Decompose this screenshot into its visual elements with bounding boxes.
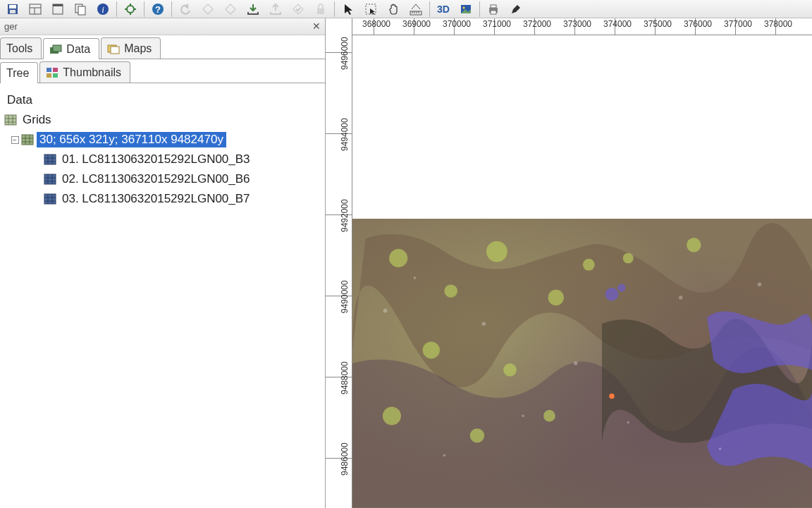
tree-node-gridsystem[interactable]: − 30; 656x 321y; 367110x 9482470y — [4, 130, 321, 150]
tab-thumbnails-label: Thumbnails — [63, 66, 121, 79]
svg-marker-24 — [345, 4, 352, 15]
panel-close-button[interactable]: ✕ — [311, 21, 322, 32]
tab-maps[interactable]: Maps — [101, 37, 161, 59]
tree-layer-label: 03. LC81130632015292LGN00_B7 — [59, 191, 253, 207]
ruler-y-tick: 9492000 — [326, 214, 352, 215]
svg-point-89 — [383, 309, 388, 313]
svg-marker-19 — [185, 4, 188, 9]
tree-layer-label: 01. LC81130632015292LGN00_B3 — [59, 152, 253, 167]
sub-tabs: Tree Thumbnails — [0, 59, 325, 83]
grid-layer-icon — [44, 154, 56, 165]
window-button[interactable] — [47, 1, 68, 18]
ruler-x-tick: 378000 — [775, 18, 776, 35]
svg-rect-1 — [9, 5, 16, 8]
tree-node-layer[interactable]: 01. LC81130632015292LGN00_B3 — [4, 150, 321, 169]
ruler-x-tick: 372000 — [534, 18, 535, 35]
info-button[interactable]: i — [92, 1, 113, 18]
tab-thumbnails[interactable]: Thumbnails — [39, 61, 130, 83]
toolbar-separator — [171, 1, 172, 17]
tab-tree[interactable]: Tree — [0, 62, 38, 83]
tree-node-layer[interactable]: 03. LC81130632015292LGN00_B7 — [4, 189, 321, 209]
svg-point-98 — [443, 454, 446, 456]
map-canvas[interactable] — [352, 35, 812, 508]
3d-view-button[interactable]: 3D — [433, 1, 454, 18]
svg-point-78 — [548, 290, 564, 306]
ruler-y-tick: 9486000 — [326, 458, 352, 459]
collapse-icon[interactable]: − — [11, 136, 19, 144]
ruler-x-tick: 369000 — [414, 18, 414, 35]
copy-button[interactable] — [70, 1, 91, 18]
svg-rect-52 — [22, 135, 33, 145]
tree-node-layer[interactable]: 02. LC81130632015292LGN00_B6 — [4, 169, 321, 189]
ruler-y-tick: 9494000 — [326, 133, 352, 134]
svg-rect-43 — [47, 68, 51, 72]
manager-panel: ger ✕ Tools Data Maps Tree Thumbnails Da… — [0, 18, 326, 508]
svg-point-94 — [627, 421, 629, 424]
tab-tools[interactable]: Tools — [0, 37, 42, 59]
ruler-x-tick: 371000 — [494, 18, 495, 35]
main-toolbar: i ? 3D — [0, 0, 812, 18]
svg-point-87 — [605, 288, 619, 301]
svg-point-80 — [423, 341, 440, 358]
svg-rect-20 — [203, 4, 213, 13]
svg-rect-37 — [491, 11, 496, 14]
svg-rect-3 — [30, 4, 41, 14]
svg-point-92 — [522, 415, 524, 418]
undo-button[interactable] — [175, 1, 196, 18]
tab-data[interactable]: Data — [43, 38, 99, 59]
svg-rect-45 — [47, 73, 51, 78]
pen-button[interactable] — [505, 1, 527, 18]
svg-rect-62 — [44, 174, 56, 184]
tab-maps-label: Maps — [124, 42, 152, 55]
process-button[interactable] — [120, 1, 141, 18]
data-tree: Data Grids − 30; 656x 321y; 367110x 9482… — [0, 83, 325, 508]
print-button[interactable] — [483, 1, 504, 18]
image-button[interactable] — [455, 1, 476, 18]
thumbnails-icon — [46, 67, 59, 78]
save-button[interactable] — [2, 1, 23, 18]
tab-data-label: Data — [66, 43, 90, 56]
svg-rect-36 — [491, 5, 496, 8]
import-button[interactable] — [265, 1, 286, 18]
shape-right-button[interactable] — [220, 1, 241, 18]
pointer-button[interactable] — [338, 1, 359, 18]
grid-system-icon — [21, 134, 34, 145]
toolbar-separator — [144, 1, 144, 17]
tree-node-data[interactable]: Data — [4, 90, 321, 110]
svg-point-81 — [503, 363, 517, 377]
apply-button[interactable] — [288, 1, 309, 18]
ruler-x-tick: 368000 — [374, 18, 374, 35]
svg-rect-21 — [226, 4, 235, 13]
grid-layer-icon — [44, 174, 56, 185]
lock-button[interactable] — [310, 1, 331, 18]
ruler-x-tick: 373000 — [574, 18, 575, 35]
help-button[interactable]: ? — [147, 1, 168, 18]
svg-point-76 — [444, 284, 457, 298]
svg-rect-47 — [5, 115, 16, 125]
ruler-y-tick: 9490000 — [326, 296, 352, 296]
svg-rect-9 — [78, 6, 85, 15]
measure-button[interactable] — [405, 1, 426, 18]
panel-titlebar: ger ✕ — [0, 18, 325, 35]
select-area-button[interactable] — [360, 1, 381, 18]
svg-rect-46 — [53, 73, 58, 78]
svg-rect-67 — [44, 194, 56, 204]
pan-button[interactable] — [383, 1, 404, 18]
svg-rect-27 — [410, 11, 422, 15]
tree-gridsystem-label: 30; 656x 321y; 367110x 9482470y — [37, 132, 226, 147]
svg-point-75 — [389, 249, 407, 267]
svg-rect-57 — [44, 155, 56, 164]
ruler-vertical: 9496000949400094920009490000948800094860… — [326, 18, 352, 508]
layout-button[interactable] — [25, 1, 46, 18]
svg-point-90 — [414, 277, 417, 279]
tree-node-grids[interactable]: Grids — [4, 110, 321, 130]
svg-rect-40 — [53, 45, 61, 52]
panel-title-text: ger — [4, 21, 18, 32]
shape-left-button[interactable] — [197, 1, 219, 18]
ruler-x-tick: 374000 — [615, 18, 615, 35]
svg-rect-23 — [317, 8, 324, 14]
toolbar-separator — [479, 1, 480, 17]
tree-grids-label: Grids — [20, 112, 54, 128]
grid-layer-icon — [44, 193, 56, 205]
export-button[interactable] — [242, 1, 264, 18]
